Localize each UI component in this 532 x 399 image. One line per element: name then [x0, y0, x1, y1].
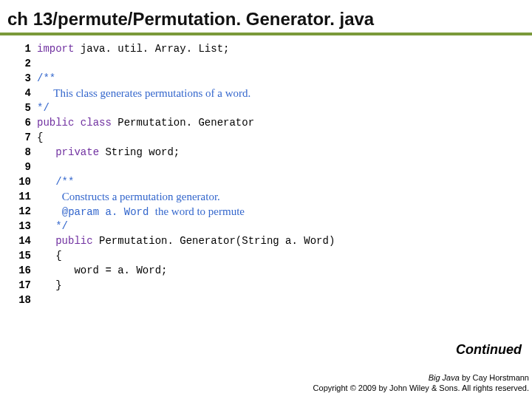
keyword: class — [81, 117, 112, 129]
line-number: 8 — [4, 145, 31, 160]
code-text: String word; — [99, 146, 180, 158]
code-listing: 1 2 3 4 5 6 7 8 9 10 11 12 13 14 15 16 1… — [0, 41, 532, 307]
code-line — [37, 56, 532, 71]
keyword: import — [37, 43, 74, 55]
code-text: java. util. Array. List; — [74, 43, 229, 55]
line-number: 11 — [4, 189, 31, 204]
line-number: 5 — [4, 100, 31, 115]
code-line: /** — [37, 174, 532, 189]
javadoc-text: This class generates permutations of a w… — [37, 87, 250, 99]
line-number: 9 — [4, 160, 31, 174]
indent — [37, 176, 55, 188]
code-line: */ — [37, 219, 532, 233]
code-line — [37, 293, 532, 307]
javadoc-tag: @param — [62, 206, 99, 218]
indent — [37, 235, 55, 247]
code-line: Constructs a permutation generator. — [37, 189, 532, 204]
code-line: import java. util. Array. List; — [37, 41, 532, 56]
javadoc-param: a. Word — [99, 206, 155, 218]
indent — [37, 220, 55, 232]
code-line: /** — [37, 71, 532, 86]
javadoc-delim: */ — [55, 220, 68, 232]
indent — [37, 205, 62, 217]
keyword: public — [37, 117, 74, 129]
code-text: Permutation. Generator(String a. Word) — [93, 235, 335, 247]
code-line: { — [37, 248, 532, 263]
line-number: 7 — [4, 130, 31, 145]
line-number: 12 — [4, 204, 31, 219]
code-line: @param a. Word the word to permute — [37, 204, 532, 219]
javadoc-delim: */ — [37, 102, 50, 114]
code-line: This class generates permutations of a w… — [37, 86, 532, 100]
line-number-gutter: 1 2 3 4 5 6 7 8 9 10 11 12 13 14 15 16 1… — [4, 41, 37, 307]
line-number: 2 — [4, 56, 31, 71]
line-number: 17 — [4, 278, 31, 293]
code-text: Permutation. Generator — [112, 117, 254, 129]
code-line: private String word; — [37, 145, 532, 160]
line-number: 16 — [4, 263, 31, 278]
footer-line-1: Big Java by Cay Horstmann — [313, 372, 529, 383]
continued-label: Continued — [456, 342, 522, 358]
page-title: ch 13/permute/Permutation. Generator. ja… — [0, 0, 532, 33]
code-body: import java. util. Array. List; /** This… — [37, 41, 532, 307]
line-number: 15 — [4, 248, 31, 263]
book-title: Big Java — [429, 373, 460, 382]
code-line: */ — [37, 100, 532, 115]
line-number: 10 — [4, 174, 31, 189]
javadoc-delim: /** — [55, 176, 74, 188]
footer: Big Java by Cay Horstmann Copyright © 20… — [313, 372, 529, 393]
code-line: public class Permutation. Generator — [37, 115, 532, 130]
javadoc-text: Constructs a permutation generator. — [37, 191, 220, 202]
line-number: 6 — [4, 115, 31, 130]
footer-line-2: Copyright © 2009 by John Wiley & Sons. A… — [313, 383, 529, 393]
author-text: by Cay Horstmann — [460, 373, 529, 382]
title-rule — [0, 33, 532, 35]
code-line: { — [37, 130, 532, 145]
indent — [37, 146, 55, 158]
line-number: 1 — [4, 41, 31, 56]
keyword: public — [55, 235, 92, 247]
line-number: 14 — [4, 233, 31, 248]
line-number: 13 — [4, 219, 31, 233]
code-line: public Permutation. Generator(String a. … — [37, 233, 532, 248]
javadoc-text: the word to permute — [155, 205, 245, 217]
code-line: } — [37, 278, 532, 293]
line-number: 4 — [4, 86, 31, 100]
line-number: 18 — [4, 293, 31, 307]
line-number: 3 — [4, 71, 31, 86]
code-line — [37, 160, 532, 174]
keyword: private — [55, 146, 99, 158]
code-line: word = a. Word; — [37, 263, 532, 278]
javadoc-delim: /** — [37, 72, 55, 84]
